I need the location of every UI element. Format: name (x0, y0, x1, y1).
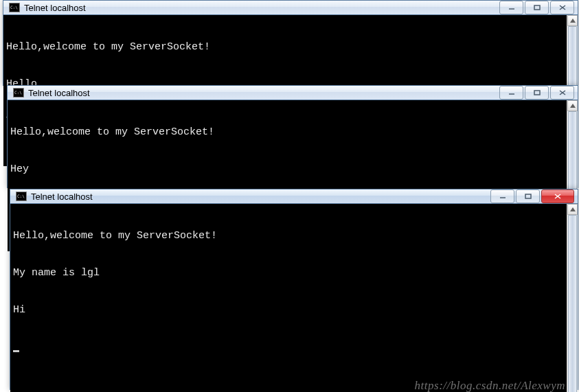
terminal-line: My name is lgl (13, 267, 575, 279)
terminal-window-2: Telnet localhost Hello,welcome to my Ser… (7, 85, 578, 188)
maximize-button[interactable] (525, 1, 549, 14)
terminal-line: Hey (10, 163, 575, 176)
cmd-icon (9, 3, 20, 12)
svg-rect-1 (534, 5, 540, 10)
terminal-line: Hi (13, 304, 575, 316)
titlebar[interactable]: Telnet localhost (3, 1, 578, 15)
svg-marker-10 (570, 104, 576, 108)
scroll-up-button[interactable] (567, 204, 578, 215)
svg-rect-7 (534, 91, 540, 95)
terminal-window-1: Telnet localhost Hello,welcome to my Ser… (3, 0, 578, 86)
svg-rect-13 (525, 194, 531, 198)
titlebar[interactable]: Telnet localhost (10, 189, 578, 204)
titlebar[interactable]: Telnet localhost (8, 86, 578, 100)
terminal-cursor-line (13, 341, 575, 354)
scroll-up-button[interactable] (567, 100, 578, 111)
minimize-button[interactable] (499, 1, 523, 14)
scroll-up-button[interactable] (567, 15, 578, 26)
terminal-output[interactable]: Hello,welcome to my ServerSocket! My nam… (10, 204, 578, 392)
cursor-icon (13, 350, 19, 352)
scroll-thumb[interactable] (568, 215, 577, 392)
cmd-icon (13, 88, 24, 97)
minimize-button[interactable] (490, 189, 514, 203)
svg-marker-4 (570, 19, 576, 23)
cmd-icon (16, 192, 27, 201)
maximize-button[interactable] (525, 86, 549, 100)
window-title: Telnet localhost (24, 3, 498, 13)
terminal-line: Hello,welcome to my ServerSocket! (13, 230, 575, 242)
terminal-line: Hello,welcome to my ServerSocket! (6, 41, 575, 54)
window-controls (489, 189, 574, 203)
window-controls (498, 86, 574, 100)
terminal-line: Hello,welcome to my ServerSocket! (10, 126, 575, 139)
window-title: Telnet localhost (28, 88, 498, 98)
vertical-scrollbar[interactable] (567, 204, 578, 392)
scroll-track[interactable] (567, 215, 578, 392)
watermark-text: https://blog.csdn.net/Alexwym (415, 380, 565, 392)
close-button[interactable] (550, 1, 574, 14)
window-title: Telnet localhost (31, 192, 489, 202)
close-button[interactable] (550, 86, 574, 100)
svg-marker-16 (570, 207, 576, 211)
minimize-button[interactable] (499, 86, 523, 100)
terminal-window-3: Telnet localhost Hello,welcome to my Ser… (10, 189, 578, 390)
maximize-button[interactable] (516, 189, 540, 203)
window-controls (498, 1, 574, 14)
close-button[interactable] (541, 189, 574, 203)
